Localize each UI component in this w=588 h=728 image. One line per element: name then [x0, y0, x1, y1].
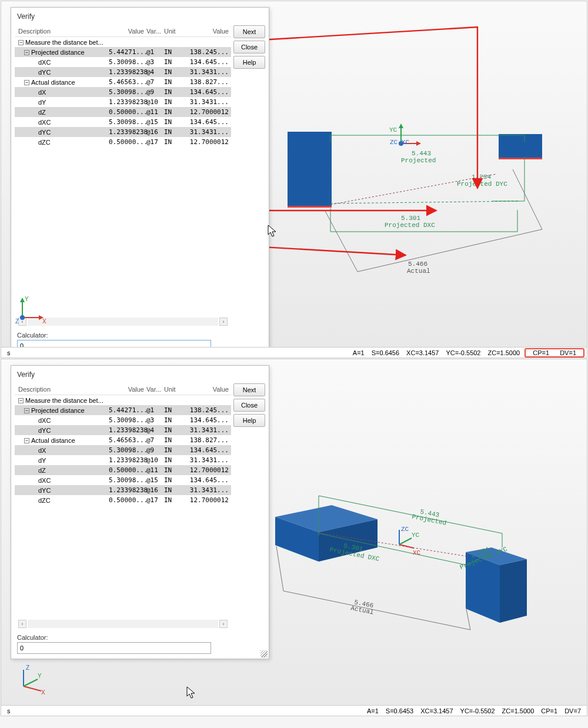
row-unit: IN [163, 78, 178, 86]
row-value2: 134.645... [178, 88, 231, 96]
grid-row[interactable]: dYC1.23398238@16IN31.3431... [15, 127, 231, 137]
row-value: 1.23398238 [109, 128, 145, 136]
grid-row[interactable]: dY1.23398238@10IN31.3431... [15, 455, 231, 465]
next-button[interactable]: Next [233, 383, 265, 396]
status-cp-dv-highlight: CP=1 DV=1 [524, 348, 584, 358]
h-scrollbar[interactable]: ‹ › [15, 620, 231, 628]
grid-row[interactable]: dYC1.23398238@4IN31.3431... [15, 67, 231, 77]
row-var: @16 [145, 128, 163, 136]
dialog-title: Verify [11, 8, 269, 25]
grid-row[interactable]: dZ0.50000...@11IN12.7000012 [15, 465, 231, 475]
collapse-icon[interactable]: − [18, 40, 24, 45]
row-value2: 31.3431... [178, 68, 231, 76]
collapse-icon[interactable]: − [18, 398, 24, 403]
row-desc: Actual distance [31, 437, 75, 444]
dialog-title: Verify [11, 366, 269, 383]
row-value2: 134.645... [178, 416, 231, 424]
svg-text:YC: YC [412, 532, 420, 539]
grid-row[interactable]: dX5.30098...@9IN134.645... [15, 87, 231, 97]
row-desc: dZ [38, 109, 46, 116]
svg-line-37 [24, 686, 41, 691]
collapse-icon[interactable]: − [24, 408, 29, 413]
grid-row[interactable]: dXC5.30098...@15IN134.645... [15, 475, 231, 485]
grid-row[interactable]: dZ0.50000...@11IN12.7000012 [15, 107, 231, 117]
row-value: 0.50000... [109, 138, 145, 146]
wcs-triad: Y X Z [15, 293, 51, 329]
svg-marker-24 [500, 559, 527, 623]
status-xc: XC=3.1457 [403, 349, 442, 356]
results-grid[interactable]: Description Value Var... Unit Value −Mea… [15, 25, 231, 326]
svg-line-31 [399, 545, 414, 548]
row-unit: IN [163, 496, 178, 504]
row-unit: IN [163, 456, 178, 464]
row-var: @15 [145, 118, 163, 126]
results-grid[interactable]: Description Value Var... Unit Value −Mea… [15, 383, 231, 628]
grid-row[interactable]: dZC0.50000...@17IN12.7000012 [15, 495, 231, 505]
svg-text:X: X [41, 689, 45, 696]
scroll-right-icon[interactable]: › [219, 620, 228, 628]
grid-row[interactable]: dXC5.30098...@15IN134.645... [15, 117, 231, 127]
resize-grip-icon[interactable] [260, 650, 268, 657]
row-desc: dZC [38, 139, 51, 146]
next-button[interactable]: Next [233, 25, 265, 38]
row-value2: 134.645... [178, 118, 231, 126]
scroll-right-icon[interactable]: › [219, 318, 228, 326]
calculator-input[interactable] [17, 642, 211, 654]
grid-row[interactable]: −Actual distance5.46563...@7IN138.827... [15, 435, 231, 445]
row-value2: 31.3431... [178, 426, 231, 434]
row-unit: IN [163, 446, 178, 454]
status-s: S=0.6456 [368, 349, 403, 356]
svg-marker-7 [416, 141, 421, 146]
collapse-icon[interactable]: − [24, 50, 29, 55]
row-desc: dYC [38, 487, 51, 494]
cursor-icon [268, 225, 278, 238]
svg-text:1.234Projected DYC: 1.234Projected DYC [457, 173, 507, 188]
close-button[interactable]: Close [233, 41, 265, 54]
grid-row[interactable]: dYC1.23398238@16IN31.3431... [15, 485, 231, 495]
row-value2: 31.3431... [178, 98, 231, 106]
row-value: 5.30098... [109, 88, 145, 96]
help-button[interactable]: Help [233, 414, 265, 427]
svg-text:Y: Y [38, 673, 42, 679]
status-xc: XC=3.1457 [417, 707, 456, 714]
cursor-icon [186, 686, 197, 699]
collapse-icon[interactable]: − [24, 438, 29, 443]
row-unit: IN [163, 128, 178, 136]
svg-line-33 [399, 538, 412, 545]
row-value2: 31.3431... [178, 128, 231, 136]
grid-row[interactable]: dYC1.23398238@4IN31.3431... [15, 425, 231, 435]
block-right-edge [499, 158, 542, 159]
row-desc: dXC [38, 119, 51, 126]
grid-root-row[interactable]: −Measure the distance bet... [15, 395, 231, 405]
svg-point-17 [20, 315, 25, 320]
row-value2: 12.7000012 [178, 466, 231, 474]
grid-row[interactable]: −Projected distance5.44271...@1IN138.245… [15, 405, 231, 415]
grid-row[interactable]: dXC5.30098...@3IN134.645... [15, 415, 231, 425]
row-desc: dYC [38, 69, 51, 76]
svg-text:5.301Projected DXC: 5.301Projected DXC [385, 215, 435, 229]
grid-header: Description Value Var... Unit Value [15, 25, 231, 37]
row-desc: dX [38, 89, 46, 96]
grid-row[interactable]: dX5.30098...@9IN134.645... [15, 445, 231, 455]
row-desc: dYC [38, 427, 51, 434]
grid-root-row[interactable]: −Measure the distance bet... [15, 37, 231, 47]
calculator-label: Calculator: [11, 632, 269, 642]
grid-row[interactable]: −Actual distance5.46563...@7IN138.827... [15, 77, 231, 87]
status-zc: ZC=1.5000 [484, 349, 523, 356]
grid-header: Description Value Var... Unit Value [15, 383, 231, 395]
svg-text:5.443Projected: 5.443Projected [401, 150, 436, 164]
close-button[interactable]: Close [233, 399, 265, 412]
grid-row[interactable]: dY1.23398238@10IN31.3431... [15, 97, 231, 107]
row-desc: dX [38, 447, 46, 454]
status-dv: DV=7 [561, 707, 584, 714]
scroll-left-icon[interactable]: ‹ [18, 620, 26, 628]
row-var: @11 [145, 466, 163, 474]
row-value2: 138.827... [178, 78, 231, 86]
collapse-icon[interactable]: − [24, 80, 29, 85]
row-var: @4 [145, 426, 163, 434]
grid-row[interactable]: dZC0.50000...@17IN12.7000012 [15, 137, 231, 147]
help-button[interactable]: Help [233, 56, 265, 69]
grid-row[interactable]: dXC5.30098...@3IN134.645... [15, 57, 231, 67]
row-value: 5.30098... [109, 476, 145, 484]
grid-row[interactable]: −Projected distance5.44271...@1IN138.245… [15, 47, 231, 57]
